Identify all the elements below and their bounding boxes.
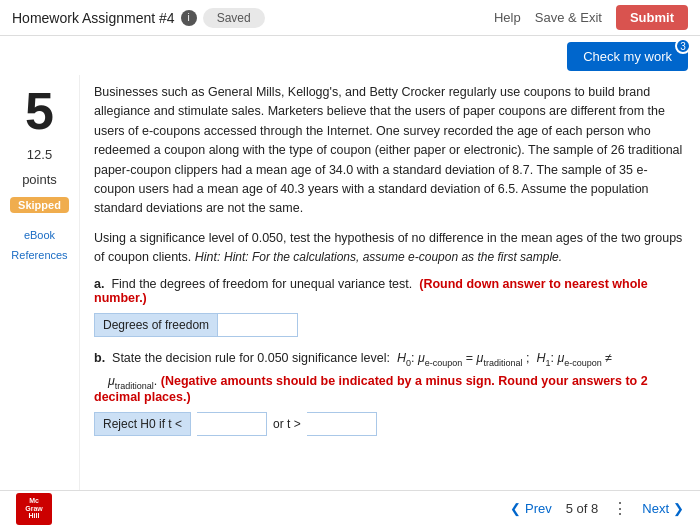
header-left: Homework Assignment #4 i Saved bbox=[12, 8, 265, 28]
info-icon[interactable]: i bbox=[181, 10, 197, 26]
saved-badge: Saved bbox=[203, 8, 265, 28]
part-b: b. State the decision rule for 0.050 sig… bbox=[94, 351, 686, 436]
h1-continued: μtraditional. (Negative amounts should b… bbox=[94, 374, 686, 405]
skipped-badge: Skipped bbox=[10, 197, 69, 213]
main-area: 5 12.5 points Skipped eBook References B… bbox=[0, 75, 700, 490]
h1-text: H1: μe-coupon ≠ bbox=[536, 351, 612, 365]
reject-input-1[interactable] bbox=[197, 412, 267, 436]
assignment-title: Homework Assignment #4 bbox=[12, 10, 175, 26]
check-work-badge: 3 bbox=[675, 38, 691, 54]
content-area: Businesses such as General Mills, Kellog… bbox=[80, 75, 700, 490]
points-value: 12.5 bbox=[27, 147, 52, 162]
ebook-link[interactable]: eBook bbox=[24, 229, 55, 241]
save-exit-button[interactable]: Save & Exit bbox=[535, 10, 602, 25]
negative-note: (Negative amounts should be indicated by… bbox=[94, 374, 648, 405]
significance-text: Using a significance level of 0.050, tes… bbox=[94, 229, 686, 268]
submit-button[interactable]: Submit bbox=[616, 5, 688, 30]
prev-button[interactable]: ❮ Prev bbox=[510, 501, 552, 516]
header: Homework Assignment #4 i Saved Help Save… bbox=[0, 0, 700, 36]
degrees-of-freedom-row: Degrees of freedom bbox=[94, 313, 686, 337]
page-info: 5 of 8 bbox=[566, 501, 599, 516]
footer: McGrawHill ❮ Prev 5 of 8 ⋮ Next ❯ bbox=[0, 490, 700, 525]
references-link[interactable]: References bbox=[11, 249, 67, 261]
mcgraw-hill-logo: McGrawHill bbox=[16, 493, 52, 525]
part-a-label: a. bbox=[94, 277, 104, 291]
or-text: or t > bbox=[273, 417, 301, 431]
check-work-area: Check my work 3 bbox=[0, 36, 700, 75]
navigation-controls: ❮ Prev 5 of 8 ⋮ Next ❯ bbox=[510, 499, 684, 518]
help-link[interactable]: Help bbox=[494, 10, 521, 25]
h0-text: H0: μe-coupon = μtraditional bbox=[397, 351, 523, 365]
part-a-question: Find the degrees of freedom for unequal … bbox=[111, 277, 412, 291]
part-b-label: b. bbox=[94, 351, 105, 365]
header-right: Help Save & Exit Submit bbox=[494, 5, 688, 30]
degrees-of-freedom-input[interactable] bbox=[218, 313, 298, 337]
part-a: a. Find the degrees of freedom for unequ… bbox=[94, 277, 686, 337]
grid-icon[interactable]: ⋮ bbox=[612, 499, 628, 518]
points-label: points bbox=[22, 172, 57, 187]
reject-row: Reject H0 if t < or t > bbox=[94, 412, 686, 436]
degrees-of-freedom-label: Degrees of freedom bbox=[94, 313, 218, 337]
next-chevron-icon: ❯ bbox=[673, 501, 684, 516]
next-button[interactable]: Next ❯ bbox=[642, 501, 684, 516]
problem-text: Businesses such as General Mills, Kellog… bbox=[94, 83, 686, 219]
question-number: 5 bbox=[25, 85, 54, 137]
sidebar: 5 12.5 points Skipped eBook References bbox=[0, 75, 80, 490]
reject-label: Reject H0 if t < bbox=[94, 412, 191, 436]
check-work-button[interactable]: Check my work bbox=[567, 42, 688, 71]
prev-chevron-icon: ❮ bbox=[510, 501, 521, 516]
part-b-question: State the decision rule for 0.050 signif… bbox=[112, 351, 390, 365]
reject-input-2[interactable] bbox=[307, 412, 377, 436]
